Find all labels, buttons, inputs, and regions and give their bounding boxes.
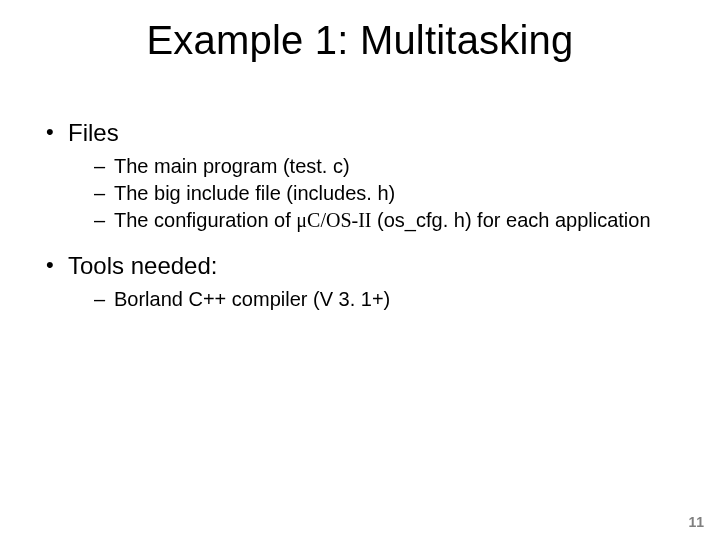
sub-item: Borland C++ compiler (V 3. 1+): [94, 287, 676, 312]
sub-item: The main program (test. c): [94, 154, 676, 179]
files-sublist: The main program (test. c) The big inclu…: [94, 154, 676, 233]
bullet-tools: Tools needed:: [44, 251, 676, 281]
slide-title: Example 1: Multitasking: [0, 18, 720, 63]
text-part-serif: μC/OS-II: [296, 209, 371, 231]
bullet-files: Files: [44, 118, 676, 148]
slide-body: Files The main program (test. c) The big…: [44, 110, 676, 330]
text-part: The configuration of: [114, 209, 296, 231]
sub-item: The configuration of μC/OS-II (os_cfg. h…: [94, 208, 676, 233]
sub-item: The big include file (includes. h): [94, 181, 676, 206]
slide: Example 1: Multitasking Files The main p…: [0, 0, 720, 540]
text-part: (os_cfg. h) for each application: [372, 209, 651, 231]
page-number: 11: [688, 514, 704, 530]
tools-sublist: Borland C++ compiler (V 3. 1+): [94, 287, 676, 312]
